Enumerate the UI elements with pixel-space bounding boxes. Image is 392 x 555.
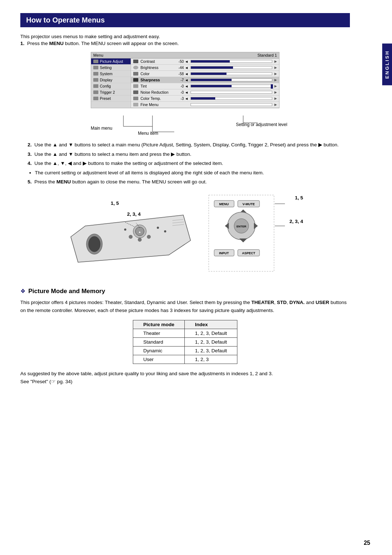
table-cell-standard-mode: Standard [133, 338, 185, 347]
svg-point-8 [89, 236, 100, 252]
remote-diagram: 1, 5 2, 3, 4 MENU V-MUTE ENTER [205, 193, 307, 277]
step5: 5. Press the MENU button again to close … [28, 178, 350, 186]
color-value: -58 ◄ [175, 72, 188, 76]
main-menu-label: Main menu [91, 126, 112, 131]
menu-row-sharpness: Sharpness -7 ◄ ▶ [131, 77, 279, 83]
page-number: 25 [364, 540, 370, 546]
color-temp-right-arrow: ▶ [274, 97, 277, 100]
step3: 3. Use the ▲ and ▼ buttons to select a m… [28, 150, 350, 158]
step4: 4. Use the ▲, ▼, ◀ and ▶ buttons to make… [28, 159, 350, 167]
color-right-arrow: ▶ [274, 72, 277, 76]
svg-point-12 [129, 235, 132, 239]
color-icon [133, 72, 138, 76]
menu-item-preset: Preset [91, 96, 131, 102]
fine-menu-icon [133, 103, 138, 106]
section-title-bar: How to Operate Menus [20, 13, 350, 27]
brightness-right-arrow: ▶ [274, 66, 277, 69]
menu-item-label: System [100, 72, 113, 76]
svg-marker-32 [225, 223, 229, 229]
table-row-user: User 1, 2, 3 [133, 355, 237, 364]
section2-title: Picture Mode and Memory [28, 288, 105, 295]
noise-reduction-label: Noise Reduction [140, 90, 173, 94]
menu-body: Picture Adjust Setting System Display [91, 58, 279, 108]
menu-title: Menu [93, 53, 103, 57]
menu-item-trigger2: Trigger 2 [91, 89, 131, 96]
menu-caption-area: Main menu Menu item Setting or adjustmen… [20, 112, 350, 134]
noise-reduction-bar [191, 91, 272, 94]
table-cell-standard-index: 1, 2, 3, Default [185, 338, 237, 347]
table-cell-dynamic-index: 1, 2, 3, Default [185, 347, 237, 355]
system-icon [93, 72, 98, 76]
svg-text:ASPECT: ASPECT [242, 251, 256, 255]
contrast-value: -50 ◄ [175, 60, 188, 64]
menu-row-color: Color -58 ◄ ▶ [131, 71, 279, 77]
menu-screenshot-container: Menu Standard 1 Picture Adjust Setting [20, 52, 350, 108]
picture-mode-table: Picture mode Index Theater 1, 2, 3, Defa… [133, 320, 237, 364]
svg-text:V-MUTE: V-MUTE [242, 202, 255, 206]
menu-row-tint: Tint -0 ◄ ▶ [131, 83, 279, 89]
table-cell-dynamic-mode: Dynamic [133, 347, 185, 355]
svg-text:▲: ▲ [138, 230, 141, 234]
svg-point-13 [147, 235, 151, 239]
sharpness-bar [191, 78, 272, 81]
noise-reduction-value: -0 ◄ [175, 90, 188, 94]
table-row-standard: Standard 1, 2, 3, Default [133, 338, 237, 347]
svg-point-15 [124, 228, 126, 231]
table-row-theater: Theater 1, 2, 3, Default [133, 329, 237, 338]
brightness-bar [191, 66, 272, 69]
brightness-icon [133, 66, 138, 69]
brightness-label: Brightness [140, 65, 173, 70]
remote-label-15: 1, 5 [295, 195, 303, 200]
color-temp-label: Color Temp. [140, 96, 173, 101]
menu-row-contrast: Contrast -50 ◄ ▶ [131, 58, 279, 65]
table-cell-user-mode: User [133, 355, 185, 364]
brightness-value: -44 ◄ [175, 66, 188, 70]
section2-subtitle: ❖ Picture Mode and Memory [20, 288, 350, 295]
menu-row-color-temp: Color Temp. -3 ◄ ▶ [131, 96, 279, 102]
menu-item-picture-adjust: Picture Adjust [91, 58, 131, 65]
sharpness-label: Sharpness [140, 78, 173, 82]
sharpness-icon [133, 78, 138, 82]
svg-marker-34 [240, 239, 247, 242]
color-bar [191, 72, 272, 75]
menu-right-col: Contrast -50 ◄ ▶ Brightness -44 ◄ [131, 58, 279, 108]
footer-note: As suggested by the above table, adjust … [20, 370, 350, 385]
footer-text1: As suggested by the above table, adjust … [20, 370, 350, 378]
color-temp-icon [133, 97, 138, 100]
menu-item-label: Display [100, 78, 112, 82]
menu-item-label: Preset [100, 96, 111, 101]
contrast-right-arrow: ▶ [274, 60, 277, 63]
svg-text:INPUT: INPUT [219, 251, 229, 255]
tint-right-arrow: ▶ [274, 84, 277, 88]
table-cell-theater-index: 1, 2, 3, Default [185, 329, 237, 338]
display-icon [93, 78, 98, 82]
table-cell-user-index: 1, 2, 3 [185, 355, 237, 364]
menu-item-label: Config [100, 84, 111, 88]
menu-screenshot: Menu Standard 1 Picture Adjust Setting [91, 52, 279, 108]
table-header-mode: Picture mode [133, 320, 185, 329]
sharpness-value: -7 ◄ [175, 78, 188, 82]
svg-point-16 [157, 227, 159, 229]
remote-svg: MENU V-MUTE ENTER INPUT [205, 193, 296, 273]
diagrams-row: 1, 5 2, 3, 4 ▲ [20, 193, 350, 277]
step4-sub: The current setting or adjustment level … [35, 169, 350, 177]
tint-value: -0 ◄ [175, 84, 188, 88]
menu-row-brightness: Brightness -44 ◄ ▶ [131, 65, 279, 71]
footer-text2: See "Preset" (☞ pg. 34) [20, 378, 350, 386]
intro-text: This projector uses menus to make settin… [20, 34, 350, 39]
projector-diagram: 1, 5 2, 3, 4 ▲ [64, 193, 198, 277]
table-row-dynamic: Dynamic 1, 2, 3, Default [133, 347, 237, 355]
preset-icon [93, 97, 98, 100]
menu-preset: Standard 1 [257, 53, 277, 57]
color-label: Color [140, 72, 173, 76]
steps-list: 2. Use the ▲ and ▼ buttons to select a m… [20, 141, 350, 186]
config-icon [93, 84, 98, 88]
tint-bar [191, 85, 272, 88]
section-title: How to Operate Menus [26, 16, 344, 24]
menu-item-label: Setting [100, 65, 112, 70]
step1-text: 1. Press the MENU button. The MENU scree… [20, 41, 350, 46]
step2: 2. Use the ▲ and ▼ buttons to select a m… [28, 141, 350, 149]
sharpness-right-arrow: ▶ [274, 78, 277, 82]
menu-item-label: Trigger 2 [100, 90, 115, 94]
diamond-icon: ❖ [20, 288, 25, 295]
